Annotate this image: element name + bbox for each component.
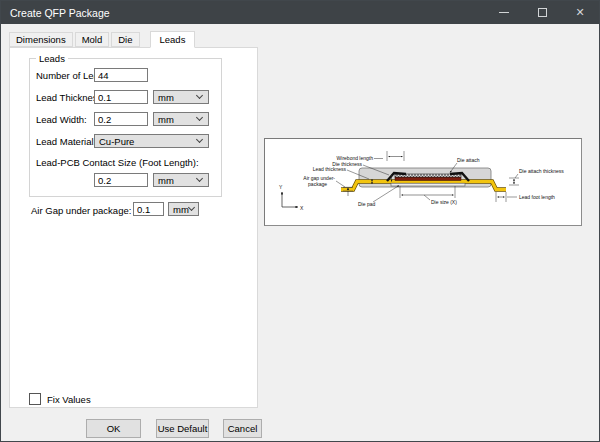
title-bar[interactable]: Create QFP Package ✕ xyxy=(1,1,599,24)
maximize-icon xyxy=(538,8,547,17)
qfp-cross-section-diagram: Wirebond length Die thickness Lead thick… xyxy=(265,139,581,225)
close-icon: ✕ xyxy=(575,7,584,18)
lead-material-label: Lead Material: xyxy=(36,136,96,147)
lead-thickness-label: Lead thickness xyxy=(313,166,347,172)
lead-width-input[interactable] xyxy=(94,112,148,126)
fix-values-label: Fix Values xyxy=(47,394,91,405)
die-attach-label: Die attach xyxy=(457,157,480,163)
chevron-down-icon xyxy=(196,92,203,99)
x-axis-label: X xyxy=(300,205,304,211)
tab-dimensions[interactable]: Dimensions xyxy=(9,32,73,47)
close-button[interactable]: ✕ xyxy=(561,1,599,24)
air-gap-unit-value: mm xyxy=(169,204,189,215)
maximize-button[interactable] xyxy=(523,1,561,24)
tab-strip: Dimensions Mold Die Leads xyxy=(9,31,197,47)
air-gap-label-line2: package xyxy=(308,181,327,187)
foot-length-unit-dropdown[interactable]: mm xyxy=(153,173,209,187)
lead-width-label: Lead Width: xyxy=(36,114,87,125)
lead-width-unit-dropdown[interactable]: mm xyxy=(153,112,209,126)
dim-ticks xyxy=(400,186,455,198)
create-qfp-package-dialog: Create QFP Package ✕ Dimensions Mold Die… xyxy=(0,0,600,442)
foot-length-unit-value: mm xyxy=(154,175,197,186)
chevron-down-icon xyxy=(196,175,203,182)
leader-line xyxy=(424,195,430,200)
lead-thickness-unit-value: mm xyxy=(154,92,197,103)
fix-values-checkbox[interactable] xyxy=(29,393,41,405)
leads-group-caption: Leads xyxy=(36,53,68,64)
chevron-down-icon xyxy=(196,136,203,143)
leader-line xyxy=(515,174,518,178)
die xyxy=(395,177,461,181)
tab-leads[interactable]: Leads xyxy=(150,31,196,48)
die-pad-label: Die pad xyxy=(358,201,375,207)
lead-material-dropdown[interactable]: Cu-Pure xyxy=(94,134,209,148)
lead-material-value: Cu-Pure xyxy=(95,136,197,147)
lead-foot-length-label: Lead foot length xyxy=(519,194,555,200)
foot-length-label: Lead-PCB Contact Size (Foot Length): xyxy=(36,157,199,168)
foot-length-input[interactable] xyxy=(94,173,148,187)
y-axis-label: Y xyxy=(279,184,283,190)
ok-button[interactable]: OK xyxy=(86,419,141,438)
lead-thickness-input[interactable] xyxy=(94,90,148,104)
cancel-button[interactable]: Cancel xyxy=(223,419,262,438)
die-pad xyxy=(391,183,465,186)
qfp-diagram-panel: Wirebond length Die thickness Lead thick… xyxy=(264,138,582,226)
window-title: Create QFP Package xyxy=(1,7,110,19)
die-size-label: Die size (X) xyxy=(431,199,457,205)
leader-line xyxy=(336,181,345,187)
dim-ticks xyxy=(387,151,404,161)
window-controls: ✕ xyxy=(485,1,599,24)
lead-width-unit-value: mm xyxy=(154,114,197,125)
die-attach-thickness-label: Die attach thickness xyxy=(519,168,564,174)
use-default-button[interactable]: Use Default xyxy=(156,419,209,438)
air-gap-unit-dropdown[interactable]: mm xyxy=(168,202,199,216)
air-gap-input[interactable] xyxy=(133,202,164,216)
number-of-leads-input[interactable] xyxy=(94,68,148,82)
leader-line xyxy=(373,186,399,203)
tab-mold[interactable]: Mold xyxy=(75,32,110,47)
lead-thickness-unit-dropdown[interactable]: mm xyxy=(153,90,209,104)
tab-die[interactable]: Die xyxy=(111,32,139,47)
chevron-down-icon xyxy=(196,114,203,121)
minimize-button[interactable] xyxy=(485,1,523,24)
air-gap-label: Air Gap under package: xyxy=(31,205,131,216)
minimize-icon xyxy=(499,12,509,13)
